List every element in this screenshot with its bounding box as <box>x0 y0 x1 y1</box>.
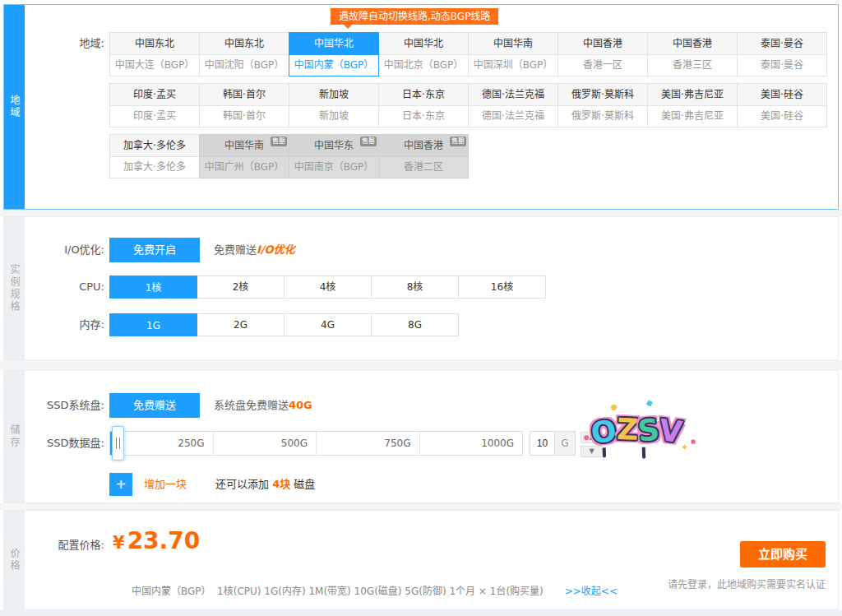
region-option-title: 中国华南 <box>469 33 557 55</box>
region-option-sub: 印度·孟买 <box>110 106 199 127</box>
collapse-link[interactable]: >>收起<< <box>565 586 618 597</box>
cpu-option-1[interactable]: 1核 <box>109 276 197 299</box>
add-disk-note-prefix: 还可以添加 <box>215 478 272 490</box>
system-disk-free-button[interactable]: 免费赠送 <box>109 393 200 418</box>
soldout-badge: 售罄 <box>271 137 287 146</box>
config-summary-text: 中国内蒙（BGP） 1核(CPU) 1G(内存) 1M(带宽) 10G(磁盘) … <box>132 586 544 597</box>
region-option-sub: 日本·东京 <box>379 106 468 127</box>
slider-tick-1000g[interactable]: 1000G <box>419 432 523 455</box>
price-currency: ¥ <box>113 533 125 553</box>
soldout-badge: 售罄 <box>450 137 466 146</box>
region-option-title: 加拿大·多伦多 <box>110 135 199 157</box>
buy-now-button[interactable]: 立即购买 <box>740 541 826 567</box>
sidebar-tab-spec-label: 实例规格 <box>7 264 21 313</box>
memory-option-4g[interactable]: 4G <box>284 313 372 336</box>
data-disk-slider[interactable]: 250G 500G 750G 1000G <box>109 431 523 456</box>
io-note: 免费赠送I/O优化 <box>214 238 295 262</box>
system-disk-note-prefix: 系统盘免费赠送 <box>214 399 289 411</box>
region-option-toronto[interactable]: 加拿大·多伦多 加拿大·多伦多 <box>109 134 200 178</box>
cpu-options: 1核 2核 4核 8核 16核 <box>109 276 546 299</box>
sidebar-tab-spec: 实例规格 <box>4 217 25 359</box>
region-option-title: 美国·弗吉尼亚 <box>648 84 737 106</box>
memory-option-2g[interactable]: 2G <box>197 313 285 336</box>
region-option-title: 美国·硅谷 <box>738 84 826 106</box>
region-option-sub: 中国南京（BGP） <box>289 157 378 178</box>
region-option-sub: 中国北京（BGP） <box>379 55 468 76</box>
io-note-prefix: 免费赠送 <box>214 243 257 256</box>
region-option-sub: 俄罗斯·莫斯科 <box>558 106 647 127</box>
sidebar-tab-region: 地域 <box>4 5 25 209</box>
sparkle-icon: ✦ <box>680 442 689 453</box>
region-option-sub: 德国·法兰克福 <box>469 106 557 127</box>
add-disk-link[interactable]: 增加一块 <box>144 473 187 496</box>
region-option-frankfurt[interactable]: 德国·法兰克福 德国·法兰克福 <box>468 83 558 127</box>
system-disk-note-highlight: 40G <box>289 399 312 411</box>
io-enable-button[interactable]: 免费开启 <box>109 238 200 262</box>
cpu-option-16[interactable]: 16核 <box>458 276 546 299</box>
cpu-option-8[interactable]: 8核 <box>371 276 459 299</box>
region-option-hk1[interactable]: 中国香港 香港一区 <box>557 32 648 76</box>
slider-tick-250g[interactable]: 250G <box>110 432 213 455</box>
price-label: 配置价格: <box>25 532 104 558</box>
section-price: 价格 配置价格: ¥23.70 中国内蒙（BGP） 1核(CPU) 1G(内存)… <box>3 510 839 610</box>
region-option-title: 新加坡 <box>289 84 378 106</box>
region-option-beijing[interactable]: 中国华北 中国北京（BGP） <box>378 32 469 76</box>
bgp-banner: 遇故障自动切换线路,动态BGP线路 <box>331 8 498 25</box>
slider-handle[interactable] <box>112 426 124 461</box>
region-option-title: 中国东北 <box>200 33 289 55</box>
disk-size-decrement-button[interactable]: ▼ <box>581 446 603 457</box>
region-option-singapore[interactable]: 新加坡 新加坡 <box>289 83 379 127</box>
region-row-label: 地域: <box>25 32 104 54</box>
region-option-dalian[interactable]: 中国东北 中国大连（BGP） <box>109 32 200 76</box>
disk-size-input[interactable] <box>530 431 555 456</box>
region-option-seoul[interactable]: 韩国·首尔 韩国·首尔 <box>199 83 289 127</box>
sidebar-tab-storage: 储存 <box>4 371 25 503</box>
region-option-title: 日本·东京 <box>379 84 468 106</box>
region-option-title: 印度·孟买 <box>110 84 199 106</box>
region-option-title: 中国华北 <box>289 33 378 55</box>
region-option-guangzhou-soldout: 售罄 中国华南 中国广州（BGP） <box>199 134 289 178</box>
region-option-sub: 中国广州（BGP） <box>200 157 289 178</box>
region-option-shenyang[interactable]: 中国东北 中国沈阳（BGP） <box>199 32 289 76</box>
cpu-option-2[interactable]: 2核 <box>197 276 285 299</box>
price-amount: ¥23.70 <box>113 527 200 554</box>
section-spec: 实例规格 I/O优化: 免费开启 免费赠送I/O优化 CPU: 1核 2核 4核… <box>3 216 839 360</box>
region-option-hk3[interactable]: 中国香港 香港三区 <box>647 32 738 76</box>
sidebar-tab-region-label: 地域 <box>7 95 21 119</box>
memory-options: 1G 2G 4G 8G <box>109 313 459 336</box>
add-disk-plus-icon[interactable]: + <box>109 473 132 496</box>
region-option-sub: 美国·硅谷 <box>738 106 826 127</box>
cpu-option-4[interactable]: 4核 <box>284 276 372 299</box>
sidebar-tab-storage-label: 储存 <box>7 424 21 449</box>
region-option-shenzhen[interactable]: 中国华南 中国深圳（BGP） <box>468 32 558 76</box>
region-option-bangkok[interactable]: 泰国·曼谷 泰国·曼谷 <box>737 32 827 76</box>
region-option-sub: 韩国·首尔 <box>200 106 289 127</box>
cpu-label: CPU: <box>25 276 104 299</box>
slider-tick-500g[interactable]: 500G <box>213 432 317 455</box>
add-disk-note-count: 4块 <box>272 478 290 490</box>
section-gap <box>0 210 842 216</box>
confetti-dot <box>646 400 653 406</box>
region-option-mumbai[interactable]: 印度·孟买 印度·孟买 <box>109 83 200 127</box>
price-value: 23.70 <box>127 527 201 554</box>
region-option-nanjing-soldout: 售罄 中国华东 中国南京（BGP） <box>289 134 379 178</box>
disk-size-increment-button[interactable]: ▲ <box>581 432 603 443</box>
region-option-moscow[interactable]: 俄罗斯·莫斯科 俄罗斯·莫斯科 <box>557 83 648 127</box>
region-option-title: 俄罗斯·莫斯科 <box>558 84 647 106</box>
memory-option-1g[interactable]: 1G <box>109 313 197 336</box>
region-row-3: 加拿大·多伦多 加拿大·多伦多 售罄 中国华南 中国广州（BGP） 售罄 中国华… <box>109 134 469 178</box>
slider-tick-750g[interactable]: 750G <box>316 432 419 455</box>
region-option-siliconvalley[interactable]: 美国·硅谷 美国·硅谷 <box>737 83 827 127</box>
spec-content: I/O优化: 免费开启 免费赠送I/O优化 CPU: 1核 2核 4核 8核 1… <box>25 217 838 359</box>
sidebar-tab-price: 价格 <box>4 511 25 609</box>
data-disk-label: SSD数据盘: <box>25 431 104 456</box>
region-option-virginia[interactable]: 美国·弗吉尼亚 美国·弗吉尼亚 <box>647 83 738 127</box>
region-option-title: 中国香港 <box>558 33 647 55</box>
section-gap <box>0 360 842 370</box>
region-option-title: 韩国·首尔 <box>200 84 289 106</box>
confetti-dot <box>691 440 695 444</box>
region-option-tokyo[interactable]: 日本·东京 日本·东京 <box>378 83 469 127</box>
memory-option-8g[interactable]: 8G <box>371 313 459 336</box>
region-option-neimeng-selected[interactable]: 中国华北 中国内蒙（BGP） <box>289 32 379 76</box>
region-option-sub: 加拿大·多伦多 <box>110 157 199 178</box>
